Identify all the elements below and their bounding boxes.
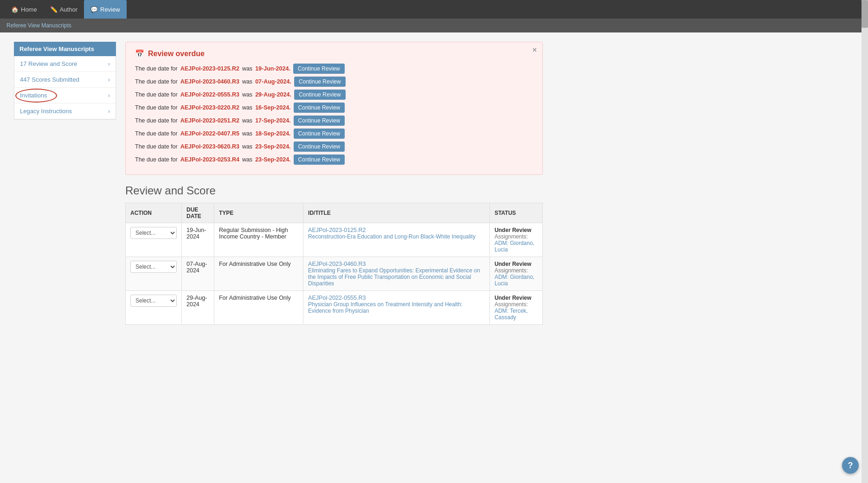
scrollbar[interactable]	[862, 0, 868, 334]
due-date-cell-1: 07-Aug-2024	[182, 257, 214, 291]
continue-review-btn-2[interactable]: Continue Review	[294, 90, 346, 100]
alert-prefix-3: The due date for	[135, 104, 178, 111]
nav-review-label: Review	[100, 6, 120, 13]
breadcrumb-link[interactable]: Referee View Manuscripts	[6, 22, 71, 29]
continue-review-btn-0[interactable]: Continue Review	[293, 64, 345, 74]
alert-date-5: 18-Sep-2024.	[255, 130, 290, 137]
status-cell-0: Under Review Assignments: ADM: Giordano,…	[489, 223, 542, 257]
due-date-cell-0: 19-Jun-2024	[182, 223, 214, 257]
alert-date-0: 19-Jun-2024.	[255, 65, 290, 72]
ms-id-link-1[interactable]: AEJPol-2023-0460.R3	[308, 261, 366, 267]
status-text-0: Under Review	[495, 227, 531, 233]
sidebar-legacy-label: Legacy Instructions	[20, 108, 72, 115]
alert-date-2: 29-Aug-2024.	[255, 91, 291, 98]
sidebar: Referee View Manuscripts 17 Review and S…	[14, 42, 116, 325]
id-title-cell-0: AEJPol-2023-0125.R2 Reconstruction-Era E…	[303, 223, 490, 257]
nav-author[interactable]: ✏️ Author	[44, 0, 84, 19]
table-row-0: Select... 19-Jun-2024 Regular Submission…	[126, 223, 543, 257]
sidebar-review-score-label: 17 Review and Score	[20, 60, 77, 67]
assign-value-1: ADM: Giordano, Lucia	[495, 274, 534, 287]
continue-review-btn-7[interactable]: Continue Review	[294, 155, 345, 165]
top-navigation: 🏠 Home ✏️ Author 💬 Review	[0, 0, 868, 19]
ms-title-link-0[interactable]: Reconstruction-Era Education and Long-Ru…	[308, 233, 476, 240]
continue-review-btn-3[interactable]: Continue Review	[294, 103, 345, 113]
alert-ms-id-4: AEJPol-2023-0251.R2	[180, 117, 239, 124]
chevron-icon: ›	[108, 61, 110, 67]
scroll-thumb[interactable]	[862, 0, 868, 28]
id-title-cell-2: AEJPol-2022-0555.R3 Physician Group Infl…	[303, 291, 490, 325]
alert-row-2: The due date for AEJPol-2022-0555.R3 was…	[135, 90, 533, 100]
action-select-0[interactable]: Select...	[130, 227, 177, 239]
continue-review-btn-5[interactable]: Continue Review	[294, 129, 345, 139]
sidebar-item-legacy-instructions[interactable]: Legacy Instructions ›	[14, 103, 116, 119]
alert-row-1: The due date for AEJPol-2023-0460.R3 was…	[135, 77, 533, 87]
alert-prefix-4: The due date for	[135, 117, 178, 124]
sidebar-item-scores-submitted[interactable]: 447 Scores Submitted ›	[14, 72, 116, 88]
close-alert-button[interactable]: ×	[533, 46, 537, 54]
table-row-1: Select... 07-Aug-2024 For Administrative…	[126, 257, 543, 291]
main-content: × 📅 Review overdue The due date for AEJP…	[125, 42, 543, 325]
action-cell-2: Select...	[126, 291, 182, 325]
status-text-2: Under Review	[495, 295, 531, 301]
alert-prefix-0: The due date for	[135, 65, 178, 72]
nav-review[interactable]: 💬 Review	[84, 0, 127, 19]
alert-middle-1: was	[242, 78, 252, 85]
alert-row-5: The due date for AEJPol-2022-0407.R5 was…	[135, 129, 533, 139]
alert-middle-3: was	[242, 104, 252, 111]
sidebar-item-invitations[interactable]: Invitations ›	[14, 88, 116, 103]
continue-review-btn-1[interactable]: Continue Review	[294, 77, 346, 87]
alert-row-4: The due date for AEJPol-2023-0251.R2 was…	[135, 116, 533, 126]
ms-title-link-1[interactable]: Eliminating Fares to Expand Opportunitie…	[308, 267, 480, 287]
type-cell-0: Regular Submission - High Income Country…	[214, 223, 303, 257]
alert-row-6: The due date for AEJPol-2023-0620.R3 was…	[135, 142, 533, 152]
assign-label-1: Assignments:	[495, 267, 528, 274]
action-cell-1: Select...	[126, 257, 182, 291]
status-text-1: Under Review	[495, 261, 531, 267]
nav-home[interactable]: 🏠 Home	[5, 0, 44, 19]
chevron-icon-2: ›	[108, 77, 110, 83]
alert-date-3: 16-Sep-2024.	[255, 104, 290, 111]
review-and-score-title: Review and Score	[125, 184, 543, 197]
alert-prefix-6: The due date for	[135, 143, 178, 150]
alert-date-6: 23-Sep-2024.	[255, 143, 290, 150]
alert-ms-id-7: AEJPol-2023-0253.R4	[180, 156, 239, 163]
sidebar-item-review-score[interactable]: 17 Review and Score ›	[14, 56, 116, 72]
ms-id-link-2[interactable]: AEJPol-2022-0555.R3	[308, 295, 366, 301]
alert-row-7: The due date for AEJPol-2023-0253.R4 was…	[135, 155, 533, 165]
sidebar-header: Referee View Manuscripts	[14, 42, 116, 56]
col-status: STATUS	[489, 203, 542, 223]
nav-author-label: Author	[60, 6, 77, 13]
action-select-2[interactable]: Select...	[130, 295, 177, 307]
alert-row-0: The due date for AEJPol-2023-0125.R2 was…	[135, 64, 533, 74]
ms-title-link-2[interactable]: Physician Group Influences on Treatment …	[308, 301, 463, 314]
alert-ms-id-2: AEJPol-2022-0555.R3	[180, 91, 239, 98]
alert-ms-id-3: AEJPol-2023-0220.R2	[180, 104, 239, 111]
action-select-1[interactable]: Select...	[130, 261, 177, 273]
type-cell-1: For Administrative Use Only	[214, 257, 303, 291]
assign-value-0: ADM: Giordano, Lucia	[495, 240, 534, 253]
table-row-2: Select... 29-Aug-2024 For Administrative…	[126, 291, 543, 325]
type-cell-2: For Administrative Use Only	[214, 291, 303, 325]
alert-middle-6: was	[242, 143, 252, 150]
col-action: ACTION	[126, 203, 182, 223]
alert-ms-id-1: AEJPol-2023-0460.R3	[180, 78, 239, 85]
continue-review-btn-6[interactable]: Continue Review	[294, 142, 345, 152]
col-type: TYPE	[214, 203, 303, 223]
continue-review-btn-4[interactable]: Continue Review	[294, 116, 345, 126]
sidebar-menu: 17 Review and Score › 447 Scores Submitt…	[14, 56, 116, 120]
comment-icon: 💬	[90, 6, 98, 13]
review-overdue-alert: × 📅 Review overdue The due date for AEJP…	[125, 42, 543, 175]
col-id-title: ID/TITLE	[303, 203, 490, 223]
alert-middle-0: was	[242, 65, 252, 72]
alert-ms-id-0: AEJPol-2023-0125.R2	[180, 65, 239, 72]
alert-row-3: The due date for AEJPol-2023-0220.R2 was…	[135, 103, 533, 113]
alert-prefix-7: The due date for	[135, 156, 178, 163]
status-cell-2: Under Review Assignments: ADM: Tercek, C…	[489, 291, 542, 325]
ms-id-link-0[interactable]: AEJPol-2023-0125.R2	[308, 227, 366, 233]
alert-title-text: Review overdue	[148, 50, 205, 58]
due-date-cell-2: 29-Aug-2024	[182, 291, 214, 325]
home-icon: 🏠	[11, 6, 19, 13]
calendar-icon: 📅	[135, 49, 144, 58]
alert-date-1: 07-Aug-2024.	[255, 78, 291, 85]
alert-middle-7: was	[242, 156, 252, 163]
